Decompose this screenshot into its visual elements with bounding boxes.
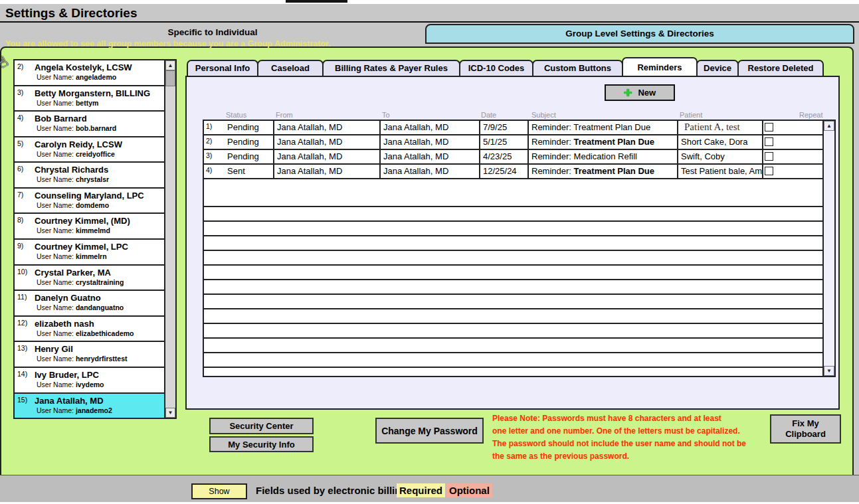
user-list-item[interactable]: 12)elizabeth nashUser Name: elizabethica… [15, 317, 164, 343]
username-value: chrystalsr [76, 175, 109, 183]
tab-custom-buttons[interactable]: Custom Buttons [532, 60, 623, 77]
column-header-patient: Patient [680, 111, 702, 119]
cell-to: Jana Atallah, MD [381, 165, 480, 178]
row-number: 3) [204, 150, 221, 163]
cell-status: Pending [221, 150, 274, 163]
user-list-item[interactable]: 7)Counseling Maryland, LPCUser Name: dom… [15, 189, 164, 214]
user-list-item[interactable]: 4)Bob BarnardUser Name: bob.barnard [15, 112, 164, 137]
my-security-info-button[interactable]: My Security Info [209, 436, 314, 452]
username-label: User Name: [37, 124, 76, 132]
list-item-number: 5) [17, 138, 35, 147]
list-item-number: 9) [17, 240, 35, 250]
empty-row [204, 179, 822, 207]
list-item-name: Danelyn Guatno [35, 293, 101, 303]
row-number: 4) [204, 165, 221, 178]
list-item-name: Counseling Maryland, LPC [35, 191, 144, 201]
cell-subject: Reminder: Treatment Plan Due [529, 135, 678, 149]
user-list-item[interactable]: 5)Carolyn Reidy, LCSWUser Name: creidyof… [15, 137, 164, 163]
tab-personal-info[interactable]: Personal Info [187, 60, 258, 77]
empty-row [204, 222, 822, 236]
username-label: User Name: [37, 150, 76, 158]
list-item-name: Carolyn Reidy, LCSW [35, 139, 122, 149]
tab-group-level-settings[interactable]: Group Level Settings & Directories [425, 24, 854, 44]
column-header-subject: Subject [531, 111, 556, 119]
list-item-name: Bob Barnard [35, 114, 87, 124]
scrollbar-track[interactable] [824, 131, 834, 366]
cell-from: Jana Atallah, MD [274, 150, 381, 163]
cell-subject: Reminder: Treatment Plan Due [529, 121, 678, 134]
cell-date: 12/25/24 [480, 165, 529, 178]
username-label: User Name: [37, 355, 76, 363]
user-list-item[interactable]: 15)Jana Atallah, MDUser Name: janademo2 [15, 394, 164, 418]
username-label: User Name: [37, 99, 76, 107]
user-list: 2)Angela Kostelyk, LCSWUser Name: angela… [13, 59, 177, 419]
tab-restore-deleted[interactable]: Restore Deleted [737, 60, 824, 77]
fix-my-clipboard-button[interactable]: Fix MyClipboard [770, 414, 841, 444]
username-label: User Name: [37, 252, 76, 260]
user-list-item[interactable]: 11)Danelyn GuatnoUser Name: dandanguatno [15, 291, 164, 317]
repeat-checkbox[interactable] [765, 152, 773, 161]
user-list-item[interactable]: 6)Chrystal RichardsUser Name: chrystalsr [15, 163, 164, 189]
list-item-name: Angela Kostelyk, LCSW [35, 62, 132, 72]
list-item-number: 2) [17, 61, 35, 70]
tab-caseload[interactable]: Caseload [257, 60, 324, 77]
cell-status: Pending [221, 135, 274, 149]
tab-reminders[interactable]: Reminders [622, 57, 698, 77]
row-number: 1) [204, 121, 221, 134]
cell-patient: Short Cake, Dora [678, 135, 763, 149]
user-list-item[interactable]: 9)Courtney Kimmel, LPCUser Name: kimmelr… [15, 240, 164, 266]
repeat-checkbox[interactable] [765, 167, 773, 175]
cell-repeat [763, 165, 821, 178]
user-list-scrollbar[interactable]: ▲ ▼ [164, 60, 175, 418]
scrollbar-track[interactable] [165, 86, 175, 408]
username-label: User Name: [37, 278, 76, 286]
tab-device[interactable]: Device [696, 60, 739, 77]
list-item-name: Courtney Kimmel, (MD) [35, 216, 130, 226]
button-label-line: Fix My [792, 418, 818, 429]
user-list-item[interactable]: 13)Henry GilUser Name: henrydrfirsttest [15, 342, 164, 368]
reminder-row[interactable]: 3)PendingJana Atallah, MDJana Atallah, M… [204, 150, 822, 165]
scroll-down-icon[interactable]: ▼ [824, 366, 834, 376]
cell-repeat [763, 121, 821, 134]
reminders-table-scrollbar[interactable]: ▲ ▼ [822, 120, 836, 377]
change-my-password-button[interactable]: Change My Password [375, 418, 484, 444]
empty-row [204, 353, 822, 368]
cell-patient: Patient A, test [678, 121, 763, 134]
tab-specific-to-individual[interactable]: Specific to Individual [0, 27, 425, 37]
repeat-checkbox[interactable] [765, 123, 773, 131]
username-label: User Name: [37, 303, 76, 311]
username-value: kimmelrn [76, 252, 107, 260]
user-list-item[interactable]: 8)Courtney Kimmel, (MD)User Name: kimmel… [15, 214, 164, 240]
empty-row [204, 368, 822, 376]
reminder-row[interactable]: 2)PendingJana Atallah, MDJana Atallah, M… [204, 135, 822, 150]
reminder-row[interactable]: 1)PendingJana Atallah, MDJana Atallah, M… [204, 121, 822, 135]
list-item-number: 11) [17, 292, 35, 301]
user-list-item[interactable]: 10)Crystal Parker, MAUser Name: crystalt… [15, 266, 164, 292]
user-list-item[interactable]: 2)Angela Kostelyk, LCSWUser Name: angela… [15, 60, 164, 86]
repeat-checkbox[interactable] [765, 137, 773, 146]
show-button[interactable]: Show [191, 483, 247, 499]
list-item-name: Crystal Parker, MA [35, 268, 111, 278]
user-list-item[interactable]: 14)Ivy Bruder, LPCUser Name: ivydemo [15, 368, 164, 394]
list-item-number: 6) [17, 163, 35, 173]
cell-date: 4/23/25 [480, 150, 529, 163]
username-value: ivydemo [76, 380, 104, 388]
security-center-button[interactable]: Security Center [209, 418, 314, 434]
user-list-item[interactable]: 3)Betty Morganstern, BILLINGUser Name: b… [15, 86, 164, 112]
scroll-down-icon[interactable]: ▼ [165, 408, 175, 418]
reminders-table: 1)PendingJana Atallah, MDJana Atallah, M… [203, 120, 824, 377]
reminder-row[interactable]: 4)SentJana Atallah, MDJana Atallah, MD12… [204, 165, 822, 179]
list-item-name: elizabeth nash [35, 319, 94, 329]
column-header-repeat: Repeat [799, 111, 822, 119]
footer-bar: Show Fields used by electronic billing R… [0, 475, 859, 503]
empty-row [204, 236, 822, 251]
scrollbar-thumb[interactable] [165, 70, 175, 86]
scroll-up-icon[interactable]: ▲ [165, 60, 175, 70]
title-bar: Settings & Directories [0, 4, 859, 23]
tab-icd-10-codes[interactable]: ICD-10 Codes [459, 60, 533, 77]
scroll-up-icon[interactable]: ▲ [824, 121, 834, 131]
tab-billing-rates-payer-rules[interactable]: Billing Rates & Payer Rules [322, 60, 460, 77]
note-line: Please Note: Passwords must have 8 chara… [492, 412, 785, 425]
username-value: bettym [76, 99, 98, 107]
new-reminder-button[interactable]: ✚ New [605, 84, 675, 101]
